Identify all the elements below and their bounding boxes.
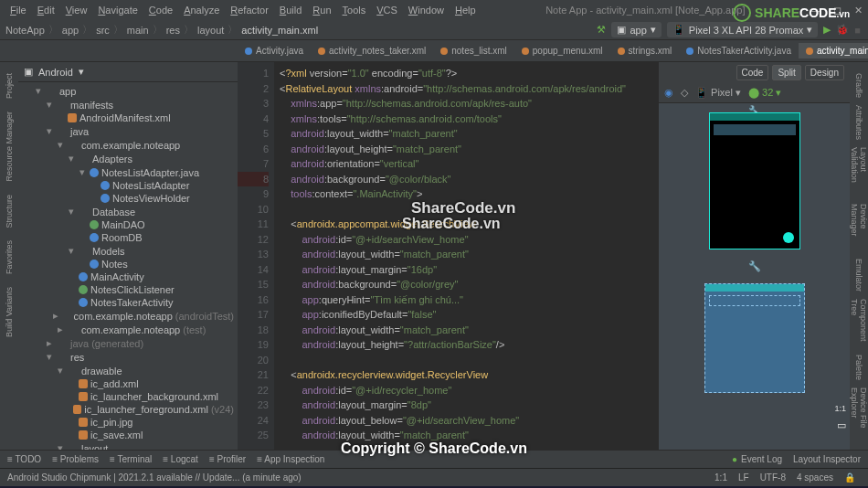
tree-node[interactable]: ic_launcher_background.xml bbox=[18, 390, 238, 403]
rail-component-tree[interactable]: Component Tree bbox=[850, 295, 868, 351]
zoom-11[interactable]: 1:1 bbox=[834, 404, 846, 413]
menu-view[interactable]: View bbox=[61, 3, 92, 17]
rail-favorites[interactable]: Favorites bbox=[5, 237, 14, 278]
tree-node[interactable]: RoomDB bbox=[18, 231, 238, 244]
crumb[interactable]: src bbox=[96, 25, 110, 36]
tab-activity_notes_taker.xml[interactable]: activity_notes_taker.xml bbox=[311, 43, 433, 58]
menu-tools[interactable]: Tools bbox=[338, 3, 371, 17]
tree-node[interactable]: ic_launcher_foreground.xml (v24) bbox=[18, 403, 238, 416]
tab-Activity.java[interactable]: Activity.java bbox=[238, 43, 311, 58]
tree-node[interactable]: ic_pin.jpg bbox=[18, 416, 238, 429]
tool-todo[interactable]: ≡ TODO bbox=[7, 454, 41, 464]
tree-node[interactable]: ▾Models bbox=[18, 244, 238, 258]
zoom-fit-icon[interactable]: ▭ bbox=[837, 419, 846, 431]
tree-node[interactable]: ▾drawable bbox=[18, 364, 238, 377]
tree-node[interactable]: MainDAO bbox=[18, 218, 238, 231]
tree-node[interactable]: NotesClickListener bbox=[18, 283, 238, 296]
tree-node[interactable]: NotesTakerActivity bbox=[18, 296, 238, 309]
menu-build[interactable]: Build bbox=[275, 3, 306, 17]
menu-help[interactable]: Help bbox=[450, 3, 481, 17]
status-indent[interactable]: 4 spaces bbox=[791, 472, 839, 483]
project-tree[interactable]: ▾app▾manifestsAndroidManifest.xml▾java▾c… bbox=[18, 82, 238, 450]
tree-node[interactable]: ▾layout bbox=[18, 441, 238, 450]
tool-app inspection[interactable]: ≡ App Inspection bbox=[257, 454, 324, 464]
menu-run[interactable]: Run bbox=[308, 3, 335, 17]
wrench-icon[interactable]: 🔧 bbox=[748, 260, 761, 272]
rail-emulator[interactable]: Emulator bbox=[854, 255, 863, 295]
tree-node[interactable]: ic_add.xml bbox=[18, 377, 238, 390]
crumb[interactable]: main bbox=[127, 25, 149, 36]
menu-vcs[interactable]: VCS bbox=[372, 3, 402, 17]
tool-logcat[interactable]: ≡ Logcat bbox=[163, 454, 198, 464]
crumb[interactable]: res bbox=[166, 25, 180, 36]
rail-build-variants[interactable]: Build Variants bbox=[5, 283, 14, 341]
stop-icon[interactable]: ■ bbox=[854, 25, 861, 36]
menu-code[interactable]: Code bbox=[144, 3, 177, 17]
tab-popup_menu.xml[interactable]: popup_menu.xml bbox=[514, 43, 610, 58]
status-pos[interactable]: 1:1 bbox=[709, 472, 733, 483]
menu-edit[interactable]: Edit bbox=[33, 3, 59, 17]
phone-blueprint[interactable] bbox=[704, 283, 805, 393]
menu-refactor[interactable]: Refactor bbox=[226, 3, 273, 17]
tree-node[interactable]: ▾java bbox=[18, 124, 238, 138]
api-icon[interactable]: ⬤ 32 ▾ bbox=[748, 87, 781, 99]
tab-notes_list.xml[interactable]: notes_list.xml bbox=[433, 43, 514, 58]
tree-node[interactable]: ▾res bbox=[18, 350, 238, 364]
tree-node[interactable]: ▸com.example.noteapp (test) bbox=[18, 323, 238, 336]
tree-node[interactable]: ▸java (generated) bbox=[18, 336, 238, 350]
rail-palette[interactable]: Palette bbox=[854, 351, 863, 384]
crumb[interactable]: layout bbox=[197, 25, 224, 36]
rail-device-file-explorer[interactable]: Device File Explorer bbox=[850, 384, 868, 450]
tree-node[interactable]: ▾NotesListAdapter.java bbox=[18, 165, 238, 179]
rail-structure[interactable]: Structure bbox=[5, 191, 14, 232]
device-icon[interactable]: 📱 Pixel ▾ bbox=[695, 87, 741, 99]
status-enc[interactable]: UTF-8 bbox=[755, 472, 791, 483]
close-icon[interactable]: ✕ bbox=[854, 5, 863, 16]
rail-layout-validation[interactable]: Layout Validation bbox=[850, 143, 868, 200]
tab-activity_main.xml[interactable]: activity_main.xml × bbox=[799, 43, 868, 58]
rail-gradle[interactable]: Gradle bbox=[854, 69, 863, 101]
tab-code[interactable]: Code bbox=[736, 65, 769, 80]
rail-resource-manager[interactable]: Resource Manager bbox=[5, 108, 14, 186]
tool-terminal[interactable]: ≡ Terminal bbox=[110, 454, 152, 464]
status-lf[interactable]: LF bbox=[733, 472, 755, 483]
eye-icon[interactable]: ◉ bbox=[664, 87, 673, 99]
orient-icon[interactable]: ◇ bbox=[681, 87, 688, 99]
tree-node[interactable]: NotesListAdapter bbox=[18, 179, 238, 192]
crumb[interactable]: NoteApp bbox=[5, 25, 45, 36]
tree-node[interactable]: ▾com.example.noteapp bbox=[18, 138, 238, 152]
tree-node[interactable]: MainActivity bbox=[18, 271, 238, 283]
menu-file[interactable]: File bbox=[5, 3, 31, 17]
run-icon[interactable]: ▶ bbox=[823, 24, 831, 36]
sidebar-header[interactable]: ▣ Android ▾ bbox=[18, 62, 238, 82]
lock-icon[interactable]: 🔒 bbox=[839, 472, 861, 483]
tree-node[interactable]: ▾app bbox=[18, 84, 238, 98]
tree-node[interactable]: AndroidManifest.xml bbox=[18, 111, 238, 124]
tree-node[interactable]: NotesViewHolder bbox=[18, 192, 238, 205]
tab-split[interactable]: Split bbox=[772, 65, 800, 80]
tab-NotesTakerActivity.java[interactable]: NotesTakerActivity.java bbox=[679, 43, 799, 58]
tree-node[interactable]: ▾Database bbox=[18, 205, 238, 218]
tree-node[interactable]: ▸com.example.noteapp (androidTest) bbox=[18, 309, 238, 323]
tree-node[interactable]: ▾Adapters bbox=[18, 152, 238, 165]
menu-navigate[interactable]: Navigate bbox=[93, 3, 142, 17]
rail-device-manager[interactable]: Device Manager bbox=[850, 200, 868, 255]
crumb[interactable]: app bbox=[62, 25, 79, 36]
menu-analyze[interactable]: Analyze bbox=[179, 3, 224, 17]
tab-design[interactable]: Design bbox=[805, 65, 844, 80]
phone-preview-dark[interactable] bbox=[709, 112, 800, 249]
project-sidebar[interactable]: ▣ Android ▾ ▾app▾manifestsAndroidManifes… bbox=[18, 62, 238, 450]
tool-profiler[interactable]: ≡ Profiler bbox=[209, 454, 246, 464]
device-select[interactable]: 📱 Pixel 3 XL API 28 Promax ▾ bbox=[667, 22, 819, 37]
code-area[interactable]: <?xml version="1.0" encoding="utf-8"?><R… bbox=[274, 62, 658, 450]
rail-project[interactable]: Project bbox=[5, 69, 14, 102]
crumb[interactable]: activity_main.xml bbox=[241, 25, 318, 36]
rail-attributes[interactable]: Attributes bbox=[854, 101, 863, 143]
menu-window[interactable]: Window bbox=[404, 3, 449, 17]
tab-strings.xml[interactable]: strings.xml bbox=[610, 43, 680, 58]
tree-node[interactable]: Notes bbox=[18, 258, 238, 271]
run-config[interactable]: ▣ app ▾ bbox=[611, 22, 661, 37]
tool-event-log[interactable]: ● Event Log bbox=[732, 454, 782, 464]
tree-node[interactable]: ▾manifests bbox=[18, 98, 238, 111]
debug-icon[interactable]: 🐞 bbox=[836, 24, 849, 36]
